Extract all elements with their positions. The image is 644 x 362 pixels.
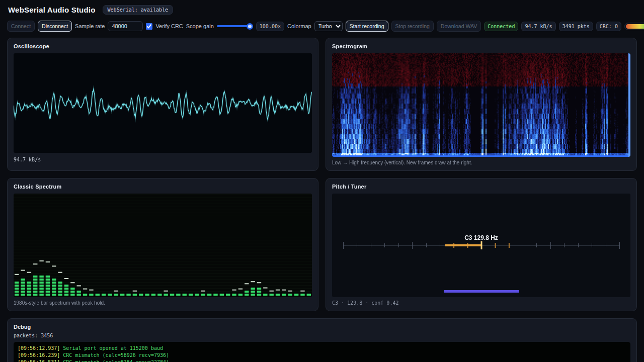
spectrogram-caption: Low → High frequency (vertical). New fra… bbox=[332, 160, 630, 165]
oscilloscope-rate-text: 94.7 kB/s bbox=[14, 157, 312, 162]
oscilloscope-canvas bbox=[14, 53, 312, 153]
panel-grid: Oscilloscope 94.7 kB/s Spectrogram Low →… bbox=[0, 38, 644, 311]
disconnect-button[interactable]: Disconnect bbox=[38, 21, 72, 32]
tuner-canvas bbox=[332, 194, 630, 297]
crc-errors-badge: CRC: 0 bbox=[596, 22, 621, 31]
log-line: [09:56:16.531] CRC mismatch (calc=8184 r… bbox=[18, 359, 626, 362]
packet-count-badge: 3491 pkts bbox=[559, 22, 593, 31]
debug-title: Debug bbox=[14, 324, 630, 330]
webserial-availability-badge: WebSerial: available bbox=[103, 5, 173, 15]
tuner-panel: Pitch / Tuner C3 129.8 Hz C3 · 129.8 · c… bbox=[326, 178, 637, 311]
level-meter-fill bbox=[626, 24, 644, 29]
sample-rate-input[interactable] bbox=[108, 21, 143, 31]
oscilloscope-title: Oscilloscope bbox=[14, 43, 312, 49]
app-title: WebSerial Audio Studio bbox=[8, 6, 96, 14]
spectrogram-panel: Spectrogram Low → High frequency (vertic… bbox=[326, 38, 637, 171]
log-line: [09:56:16.239] CRC mismatch (calc=58926 … bbox=[18, 352, 626, 359]
debug-log[interactable]: [09:56:12.937] Serial port opened at 115… bbox=[14, 342, 630, 362]
log-line: [09:56:12.937] Serial port opened at 115… bbox=[18, 345, 626, 352]
tuner-title: Pitch / Tuner bbox=[332, 184, 630, 190]
tuner-canvas-wrap: C3 129.8 Hz bbox=[332, 194, 630, 297]
app-header: WebSerial Audio Studio WebSerial: availa… bbox=[0, 0, 644, 18]
data-rate-badge: 94.7 kB/s bbox=[521, 22, 555, 31]
debug-packets-count: packets: 3456 bbox=[14, 333, 630, 338]
level-meter bbox=[624, 23, 644, 30]
connect-button[interactable]: Connect bbox=[7, 21, 35, 32]
scope-gain-label: Scope gain bbox=[186, 23, 214, 29]
colormap-select[interactable]: Turbo bbox=[314, 21, 343, 31]
classic-spectrum-caption: 1980s-style bar spectrum with peak hold. bbox=[14, 300, 312, 306]
debug-panel: Debug packets: 3456 [09:56:12.937] Seria… bbox=[7, 318, 637, 362]
scope-gain-slider[interactable] bbox=[217, 25, 253, 27]
classic-spectrum-canvas bbox=[14, 194, 312, 297]
classic-spectrum-panel: Classic Spectrum 1980s-style bar spectru… bbox=[7, 178, 318, 311]
spectrogram-canvas bbox=[332, 53, 630, 157]
start-recording-button[interactable]: Start recording bbox=[346, 21, 388, 32]
verify-crc-label: Verify CRC bbox=[155, 23, 183, 29]
tuner-caption: C3 · 129.8 · conf 0.42 bbox=[332, 300, 630, 306]
tuner-note-label: C3 129.8 Hz bbox=[464, 234, 498, 241]
scope-gain-value-badge: 100.00× bbox=[256, 22, 284, 31]
classic-spectrum-title: Classic Spectrum bbox=[14, 184, 312, 190]
connection-status-badge: Connected bbox=[484, 22, 518, 31]
verify-crc-checkbox[interactable] bbox=[146, 23, 152, 30]
spectrogram-title: Spectrogram bbox=[332, 43, 630, 49]
stop-recording-button[interactable]: Stop recording bbox=[391, 21, 434, 32]
oscilloscope-panel: Oscilloscope 94.7 kB/s bbox=[7, 38, 318, 171]
colormap-label: Colormap bbox=[287, 23, 311, 29]
download-wav-button[interactable]: Download WAV bbox=[437, 21, 481, 32]
toolbar: Connect Disconnect Sample rate Verify CR… bbox=[0, 18, 644, 38]
sample-rate-label: Sample rate bbox=[75, 23, 105, 29]
